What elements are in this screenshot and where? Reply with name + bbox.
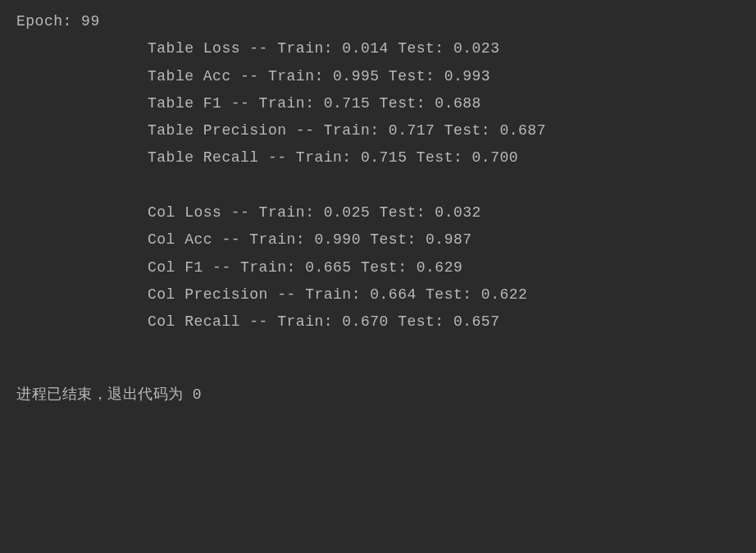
metric-table-f1: Table F1 -- Train: 0.715 Test: 0.688 xyxy=(16,90,740,117)
metric-table-precision: Table Precision -- Train: 0.717 Test: 0.… xyxy=(16,117,740,144)
metric-col-recall: Col Recall -- Train: 0.670 Test: 0.657 xyxy=(16,308,740,336)
metric-table-acc: Table Acc -- Train: 0.995 Test: 0.993 xyxy=(16,63,740,90)
metric-col-f1: Col F1 -- Train: 0.665 Test: 0.629 xyxy=(16,254,740,281)
metric-col-precision: Col Precision -- Train: 0.664 Test: 0.62… xyxy=(16,281,740,308)
metric-table-recall: Table Recall -- Train: 0.715 Test: 0.700 xyxy=(16,144,740,171)
epoch-header: Epoch: 99 xyxy=(16,8,740,35)
process-exit-message: 进程已结束，退出代码为 0 xyxy=(16,382,740,409)
blank-separator xyxy=(16,172,740,199)
metric-col-loss: Col Loss -- Train: 0.025 Test: 0.032 xyxy=(16,199,740,226)
metric-col-acc: Col Acc -- Train: 0.990 Test: 0.987 xyxy=(16,226,740,254)
metric-table-loss: Table Loss -- Train: 0.014 Test: 0.023 xyxy=(16,35,740,62)
